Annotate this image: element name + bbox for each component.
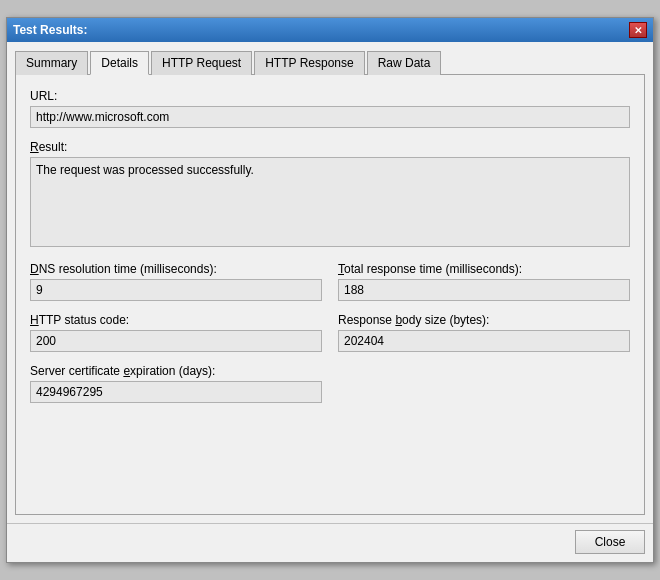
result-label: Result: [30, 140, 630, 154]
url-label: URL: [30, 89, 630, 103]
url-group: URL: [30, 89, 630, 128]
total-response-label: Total response time (milliseconds): [338, 262, 630, 276]
title-bar: Test Results: ✕ [7, 18, 653, 42]
result-textarea[interactable]: The request was processed successfully. [30, 157, 630, 247]
content-panel: URL: Result: The request was processed s… [15, 75, 645, 515]
http-status-input[interactable] [30, 330, 322, 352]
response-body-col: Response body size (bytes): [338, 313, 630, 364]
total-response-input[interactable] [338, 279, 630, 301]
main-window: Test Results: ✕ Summary Details HTTP Req… [6, 17, 654, 563]
window-body: Summary Details HTTP Request HTTP Respon… [7, 42, 653, 523]
tab-details[interactable]: Details [90, 51, 149, 75]
total-response-group: Total response time (milliseconds): [338, 262, 630, 301]
metrics-row-2: HTTP status code: Response body size (by… [30, 313, 630, 364]
http-status-label: HTTP status code: [30, 313, 322, 327]
close-window-button[interactable]: ✕ [629, 22, 647, 38]
http-status-col: HTTP status code: [30, 313, 322, 364]
response-body-label: Response body size (bytes): [338, 313, 630, 327]
tab-http-request[interactable]: HTTP Request [151, 51, 252, 75]
empty-col [338, 364, 630, 415]
tab-bar: Summary Details HTTP Request HTTP Respon… [15, 50, 645, 75]
result-group: Result: The request was processed succes… [30, 140, 630, 250]
response-body-group: Response body size (bytes): [338, 313, 630, 352]
tab-http-response[interactable]: HTTP Response [254, 51, 364, 75]
dns-col: DNS resolution time (milliseconds): [30, 262, 322, 313]
cert-col: Server certificate expiration (days): [30, 364, 322, 415]
dns-label: DNS resolution time (milliseconds): [30, 262, 322, 276]
close-button[interactable]: Close [575, 530, 645, 554]
tab-raw-data[interactable]: Raw Data [367, 51, 442, 75]
footer: Close [7, 523, 653, 562]
metrics-row-3: Server certificate expiration (days): [30, 364, 630, 415]
dns-input[interactable] [30, 279, 322, 301]
total-response-col: Total response time (milliseconds): [338, 262, 630, 313]
tab-summary[interactable]: Summary [15, 51, 88, 75]
dns-group: DNS resolution time (milliseconds): [30, 262, 322, 301]
url-input[interactable] [30, 106, 630, 128]
window-title: Test Results: [13, 23, 87, 37]
cert-label: Server certificate expiration (days): [30, 364, 322, 378]
response-body-input[interactable] [338, 330, 630, 352]
metrics-row-1: DNS resolution time (milliseconds): Tota… [30, 262, 630, 313]
cert-input[interactable] [30, 381, 322, 403]
cert-group: Server certificate expiration (days): [30, 364, 322, 403]
http-status-group: HTTP status code: [30, 313, 322, 352]
